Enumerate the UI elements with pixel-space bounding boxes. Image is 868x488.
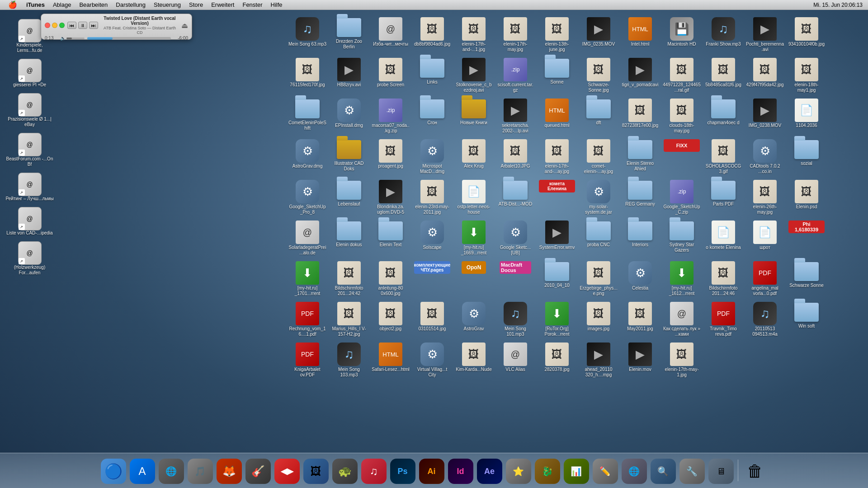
file-icon[interactable]: 📄шрот <box>745 219 785 258</box>
dock-trash[interactable]: 🗑 <box>741 457 769 485</box>
file-icon[interactable]: sozial <box>787 137 826 177</box>
menu-store[interactable]: Store <box>185 0 207 10</box>
file-icon[interactable]: ♫20110513 094513.m4a <box>745 300 785 340</box>
file-icon[interactable]: 🖼comet-elenin-...ay.jpg <box>579 137 618 177</box>
dock-app9[interactable]: ⭐ <box>505 457 533 485</box>
file-icon[interactable]: ▶sekretarscha. 2002-...lp.avi <box>495 97 535 136</box>
file-icon[interactable]: @VLC Alias <box>495 341 535 380</box>
file-icon[interactable]: 🖼elenin-17th-and-...1.jpg <box>454 15 494 55</box>
badge-icon[interactable]: MacDraft Docus <box>495 259 535 299</box>
pause-button[interactable]: ⏸ <box>78 22 87 29</box>
file-icon[interactable]: 🖼76115fed170f.jpg <box>288 56 327 96</box>
file-icon[interactable]: .zipmacorsa07_noda...kg.zip <box>371 97 410 136</box>
file-icon[interactable]: ♫Mein Song 103.mp3 <box>329 341 369 380</box>
file-icon[interactable]: 🖼Bildschirmfoto 201...24:42 <box>329 259 369 299</box>
file-icon[interactable]: 🖼anleitung-80 0x600.jpg <box>371 259 410 299</box>
prev-button[interactable]: ⏮ <box>67 22 76 29</box>
file-icon[interactable]: ▶HB8zryv.avi <box>329 56 369 96</box>
file-icon[interactable]: Schwarze Sonne <box>787 259 826 299</box>
file-icon[interactable]: 🖼03101514.jpg <box>412 300 452 340</box>
file-icon[interactable]: 🖼2820378.jpg <box>537 341 577 380</box>
dock-app2[interactable]: 🌐 <box>157 457 185 485</box>
dock-app10[interactable]: 🐉 <box>533 457 561 485</box>
file-icon[interactable]: ♫Mein Song 101.mp3 <box>495 300 535 340</box>
file-icon[interactable]: 2010_04_10 <box>537 259 577 299</box>
file-icon[interactable]: Win soft <box>787 300 826 340</box>
file-icon[interactable]: chapman4oec d <box>703 97 743 136</box>
file-icon[interactable]: 🖼elenin-17th-and-...ay.jpg <box>537 137 577 177</box>
file-icon[interactable]: 🖼elenin-18th-may1.jpg <box>787 56 826 96</box>
file-icon[interactable]: PDFKnigaArbalet ov.PDF <box>288 341 327 380</box>
menu-itunes[interactable]: iTunes <box>23 0 48 10</box>
file-icon[interactable]: 🖼827238f17e00.jpg <box>620 97 660 136</box>
file-icon[interactable]: Elenin dokus <box>329 219 369 258</box>
file-icon[interactable]: HTMLIntel.html <box>620 15 660 55</box>
file-icon[interactable]: 🖼Alex Krug <box>454 137 494 177</box>
file-icon[interactable]: Elenin Stereo Ahied <box>620 137 660 177</box>
file-icon[interactable]: REG Germany <box>620 178 660 218</box>
file-icon[interactable]: ▶tigri_v_pomadcavi <box>620 56 660 96</box>
dock-app3[interactable]: 🎵 <box>186 457 214 485</box>
file-icon[interactable]: ♫Franki Show.mp3 <box>703 15 743 55</box>
menu-erweitert[interactable]: Erweitert <box>208 0 238 10</box>
file-icon[interactable]: ♫Mein Song 63.mp3 <box>288 15 327 55</box>
minimize-button[interactable] <box>52 23 57 28</box>
dock-app1[interactable]: A <box>128 457 156 485</box>
sidebar-item-liste[interactable]: @ ↗ Liste von CAD-...ipedia <box>4 205 56 238</box>
file-icon[interactable]: 🖼44971228_124465...ral.gif <box>662 56 702 96</box>
file-icon[interactable]: ⬇[my-hit.ru] _1669...rrent <box>454 219 494 258</box>
dock-app4[interactable]: 🦊 <box>215 457 243 485</box>
dock-app8[interactable]: 🐢 <box>331 457 359 485</box>
menu-darstellung[interactable]: Darstellung <box>112 0 149 10</box>
menu-hilfe[interactable]: Hilfe <box>267 0 286 10</box>
file-icon[interactable]: 🖼429f47f95da42.jpg <box>745 56 785 96</box>
dock-app14[interactable]: 🔍 <box>649 457 677 485</box>
file-icon[interactable]: 🖼Kim-Karda...Nude <box>454 341 494 380</box>
file-icon[interactable]: Illustrator CAD Doks <box>329 137 369 177</box>
file-icon[interactable]: Lebenslauf <box>329 178 369 218</box>
file-icon[interactable]: .zipGoogle_SketchUp_C.zip <box>662 178 702 218</box>
file-icon[interactable]: ⚙Celestia <box>620 259 660 299</box>
file-icon[interactable]: Crон <box>412 97 452 136</box>
menu-steuerung[interactable]: Steuerung <box>150 0 184 10</box>
menu-fenster[interactable]: Fenster <box>239 0 266 10</box>
file-icon[interactable]: Drezden Zoo Berlin <box>329 15 369 55</box>
file-icon[interactable]: 🖼Elenin.psd <box>787 178 826 218</box>
file-icon[interactable]: Links <box>412 56 452 96</box>
eject-button[interactable]: ⏏ <box>181 21 188 30</box>
file-icon[interactable]: 🖼images.jpg <box>579 300 618 340</box>
file-icon[interactable]: ⚙Google Sketc...[UB] <box>495 219 535 258</box>
file-icon[interactable]: 🖼Erzgebirge_phys...e.png <box>579 259 618 299</box>
sidebar-item-giesserei[interactable]: @ ↗ giesserei Pl +De <box>4 57 56 89</box>
file-icon[interactable]: ⚙AstroGrav <box>454 300 494 340</box>
file-icon[interactable]: ⚙Google_SketchUp_Pro_8 <box>288 178 327 218</box>
dock-aftereffects[interactable]: Ae <box>476 457 504 485</box>
file-icon[interactable]: 📄o komete Elenina <box>703 219 743 258</box>
file-icon[interactable]: ▶Stolknovenie_c_bezdnoj.avi <box>454 56 494 96</box>
badge-icon[interactable]: комета Еленина <box>537 178 577 218</box>
dock-app5[interactable]: 🎸 <box>244 457 272 485</box>
file-icon[interactable]: ⚙EPInstall.dmg <box>329 97 369 136</box>
file-icon[interactable]: 🖼Bildschirmfoto 201...24:46 <box>703 259 743 299</box>
file-icon[interactable]: Parts PDF <box>703 178 743 218</box>
dock-finder[interactable]: 🔵 <box>99 457 127 485</box>
badge-icon[interactable]: комплектующие ЧПУ.pages <box>412 259 452 299</box>
file-icon[interactable]: PDFRechnung_vom_16....1.pdf <box>288 300 327 340</box>
zoom-button[interactable] <box>59 23 65 28</box>
file-icon[interactable]: @SolarladegeratPrei...alo.de <box>288 219 327 258</box>
file-icon[interactable]: ⚙my-solar-system.de.jar <box>579 178 618 218</box>
file-icon[interactable]: ⚙Microspot MacD...dmg <box>412 137 452 177</box>
badge-icon[interactable]: OpoN <box>454 259 494 299</box>
file-icon[interactable]: ▶Pochti_beremenna.avi <box>745 15 785 55</box>
file-icon[interactable]: ▶IMG_0238.MOV <box>745 97 785 136</box>
file-icon[interactable]: .zipscisoft.current.tar.gz <box>495 56 535 96</box>
file-icon[interactable]: 📄1104.2036 <box>787 97 826 136</box>
file-icon[interactable]: PDFangelina_mal vorla...0.pdf <box>745 259 785 299</box>
file-icon[interactable]: ⚙CADtools 7.0.2 ...co.in <box>745 137 785 177</box>
file-icon[interactable]: 🖼934100104f0b.jpg <box>787 15 826 55</box>
sidebar-item-rejting[interactable]: @ ↗ Рейтинг – Лучш...льмы <box>4 171 56 203</box>
menu-bearbeiten[interactable]: Bearbeiten <box>75 0 111 10</box>
file-icon[interactable]: 🖼elenin-17th-may.jpg <box>495 15 535 55</box>
dock-app16[interactable]: 🖥 <box>707 457 735 485</box>
dock-app7[interactable]: 🖼 <box>302 457 330 485</box>
